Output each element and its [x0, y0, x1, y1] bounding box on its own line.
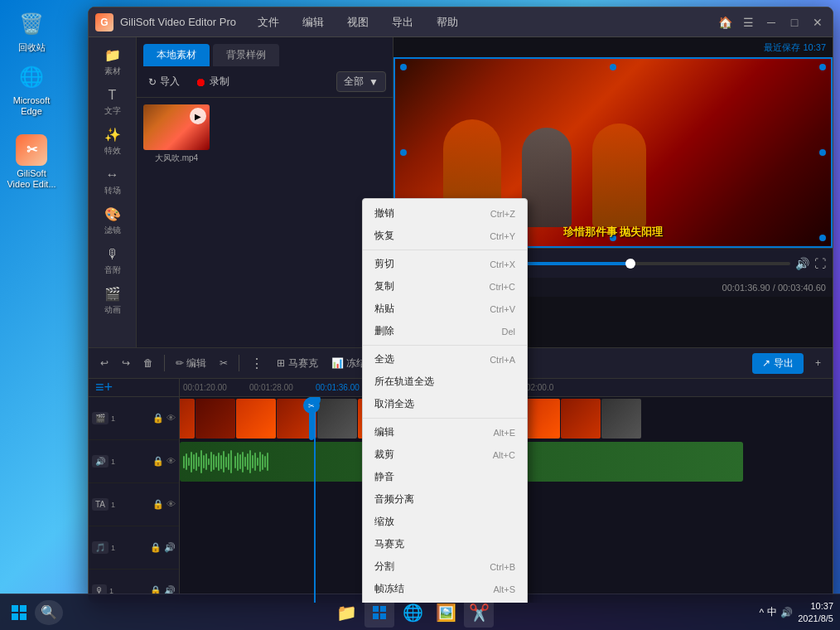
ruler-mark-0: 00:01:20.00 — [180, 383, 246, 392]
edit-button[interactable]: ✏ 编辑 — [171, 354, 211, 373]
cm-undo[interactable]: 撤销 Ctrl+Z — [363, 202, 527, 225]
cm-delete[interactable]: 删除 Del — [363, 320, 527, 342]
search-button[interactable]: 🔍 — [35, 600, 63, 625]
taskbar-clock[interactable]: 10:37 2021/8/5 — [798, 600, 833, 624]
recycle-bin-icon[interactable]: 🗑️ 回收站 — [7, 8, 56, 53]
start-button[interactable] — [7, 600, 31, 625]
filter-dropdown[interactable]: 全部 ▼ — [336, 71, 386, 92]
refresh-icon: ↻ — [148, 76, 157, 88]
cm-redo[interactable]: 恢复 Ctrl+Y — [363, 225, 527, 247]
cm-freeze-frame[interactable]: 帧冻结 Alt+S — [363, 578, 527, 600]
fullscreen-icon[interactable]: ⛶ — [814, 257, 826, 270]
redo-button[interactable]: ↪ — [117, 355, 135, 371]
cm-audio-separate[interactable]: 音频分离 — [363, 488, 527, 511]
sidebar-item-text[interactable]: T 文字 — [92, 84, 133, 120]
track2-eye-icon[interactable]: 👁 — [167, 456, 176, 467]
cm-deselect[interactable]: 取消全选 — [363, 393, 527, 415]
cm-paste[interactable]: 粘贴 Ctrl+V — [363, 298, 527, 320]
menu-edit[interactable]: 编辑 — [297, 13, 329, 32]
gilisoft-icon[interactable]: ✂ GiliSoftVideo Edit... — [7, 134, 56, 190]
home-icon[interactable]: 🏠 — [717, 14, 733, 31]
zoom-in-button[interactable]: + — [810, 355, 826, 371]
delete-button[interactable]: 🗑 — [138, 355, 158, 371]
track3-eye-icon[interactable]: 👁 — [167, 499, 176, 510]
music-track-header: 🎵 1 🔒 🔊 — [89, 526, 179, 569]
sidebar-item-animation[interactable]: 🎬 动画 — [92, 283, 133, 319]
cm-divider-3 — [363, 418, 527, 419]
cm-select-track[interactable]: 所在轨道全选 — [363, 371, 527, 393]
panel-tabs: 本地素材 背景样例 — [137, 37, 393, 66]
cm-copy[interactable]: 复制 Ctrl+C — [363, 275, 527, 298]
edge-icon[interactable]: 🌐 MicrosoftEdge — [7, 61, 56, 117]
tab-local[interactable]: 本地素材 — [143, 44, 210, 66]
svg-rect-4 — [373, 606, 379, 612]
record-button[interactable]: ⏺ 录制 — [190, 72, 234, 91]
svg-rect-6 — [373, 613, 379, 619]
panel-toolbar: ↻ 导入 ⏺ 录制 全部 ▼ — [137, 66, 393, 98]
menu-export[interactable]: 导出 — [387, 13, 418, 32]
window-controls: 🏠 ☰ ─ □ ✕ — [717, 14, 826, 31]
app-title: GiliSoft Video Editor Pro — [120, 16, 236, 28]
export-button[interactable]: ↗ 导出 — [752, 353, 804, 374]
track4-lock-icon[interactable]: 🔒 — [150, 542, 162, 553]
split-button[interactable]: ⋮ — [245, 353, 268, 374]
ruler-mark-1: 00:01:28.00 — [246, 383, 312, 392]
svg-rect-5 — [380, 606, 386, 612]
play-overlay-icon: ▶ — [190, 108, 206, 124]
add-track-icon[interactable]: ≡+ — [95, 379, 113, 396]
audio-track-1-header: 🔊 1 🔒 👁 — [89, 440, 179, 483]
sidebar: 📁 素材 T 文字 ✨ 特效 ↔ 转场 🎨 滤镜 — [89, 37, 137, 347]
cm-mute[interactable]: 静音 — [363, 466, 527, 488]
track3-lock-icon[interactable]: 🔒 — [152, 499, 164, 510]
undo-button[interactable]: ↩ — [95, 355, 113, 371]
scissors-button[interactable]: ✂ — [215, 355, 233, 371]
progress-bar[interactable] — [500, 262, 790, 265]
menu-view[interactable]: 视图 — [342, 13, 374, 32]
panel-content: ▶ 大风吹.mp4 — [137, 98, 393, 347]
import-button[interactable]: ↻ 导入 — [143, 72, 185, 91]
sidebar-item-effects[interactable]: ✨ 特效 — [92, 124, 133, 160]
speaker-icon[interactable]: 🔊 — [780, 607, 793, 618]
chevron-down-icon: ▼ — [369, 76, 379, 88]
cm-divider-1 — [363, 250, 527, 250]
svg-rect-3 — [20, 613, 27, 620]
track-lock-icon[interactable]: 🔒 — [152, 413, 164, 424]
cm-crop[interactable]: 裁剪 Alt+C — [363, 443, 527, 466]
media-item[interactable]: ▶ 大风吹.mp4 — [143, 104, 210, 164]
sidebar-item-filter[interactable]: 🎨 滤镜 — [92, 203, 133, 240]
timeline-cursor[interactable] — [314, 397, 316, 603]
text-track-header: TA 1 🔒 👁 — [89, 483, 179, 526]
app-logo: G — [95, 13, 113, 32]
media-thumbnail: ▶ — [143, 104, 210, 150]
media-filename: 大风吹.mp4 — [143, 153, 210, 164]
sidebar-item-material[interactable]: 📁 素材 — [92, 44, 133, 80]
volume-icon[interactable]: 🔊 — [795, 257, 809, 270]
menu-file[interactable]: 文件 — [253, 13, 284, 32]
track-eye-icon[interactable]: 👁 — [167, 413, 176, 424]
menu-icon[interactable]: ☰ — [740, 14, 756, 31]
cm-split[interactable]: 分割 Ctrl+B — [363, 555, 527, 578]
title-bar: G GiliSoft Video Editor Pro 文件 编辑 视图 导出 … — [89, 7, 833, 37]
svg-rect-7 — [380, 613, 386, 619]
cm-edit[interactable]: 编辑 Alt+E — [363, 421, 527, 443]
cm-cut[interactable]: 剪切 Ctrl+X — [363, 253, 527, 275]
cm-select-all[interactable]: 全选 Ctrl+A — [363, 348, 527, 371]
taskbar-explorer[interactable]: 📁 — [331, 598, 361, 628]
maximize-button[interactable]: □ — [786, 14, 803, 31]
track2-lock-icon[interactable]: 🔒 — [152, 456, 164, 467]
tab-background[interactable]: 背景样例 — [213, 44, 279, 66]
track4-vol-icon[interactable]: 🔊 — [164, 542, 176, 553]
cm-divider-2 — [363, 345, 527, 346]
close-button[interactable]: ✕ — [809, 14, 826, 31]
svg-rect-1 — [20, 605, 27, 612]
menu-help[interactable]: 帮助 — [432, 13, 463, 32]
sidebar-item-transition[interactable]: ↔ 转场 — [92, 163, 133, 200]
video-track-header: 🎬 1 🔒 👁 — [89, 397, 179, 440]
minimize-button[interactable]: ─ — [763, 14, 780, 31]
mosaic-button[interactable]: ⊞ 马赛克 — [272, 354, 322, 373]
cm-zoom[interactable]: 缩放 — [363, 511, 527, 533]
cm-mosaic[interactable]: 马赛克 — [363, 533, 527, 555]
sidebar-item-voiceover[interactable]: 🎙 音附 — [92, 243, 133, 279]
taskbar-right: ^ 中 🔊 10:37 2021/8/5 — [760, 600, 833, 624]
svg-rect-0 — [12, 605, 18, 612]
